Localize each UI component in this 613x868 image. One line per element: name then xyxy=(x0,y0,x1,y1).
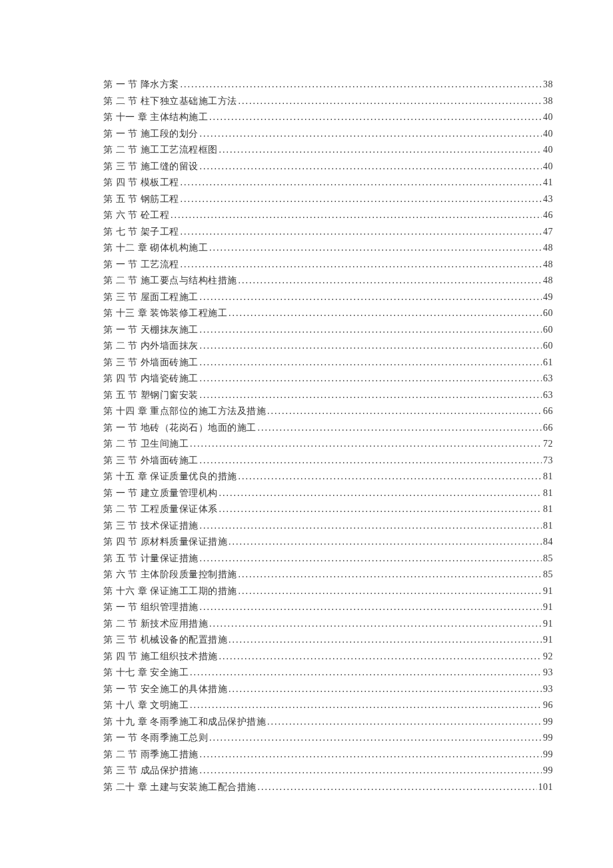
toc-leader-dots xyxy=(200,551,542,567)
toc-entry-page: 38 xyxy=(543,93,553,110)
toc-entry: 第 一 节 冬雨季施工总则99 xyxy=(103,730,553,747)
toc-entry-label: 第 二 节 工程质量保证体系 xyxy=(103,501,218,518)
toc-entry: 第 一 节 组织管理措施91 xyxy=(103,599,553,616)
toc-entry: 第 三 节 施工缝的留设40 xyxy=(103,159,553,175)
toc-leader-dots xyxy=(200,289,542,306)
toc-entry-label: 第 三 节 屋面工程施工 xyxy=(103,289,199,306)
toc-entry-label: 第 七 节 架子工程 xyxy=(103,224,179,241)
toc-leader-dots xyxy=(200,763,542,779)
toc-entry-label: 第 十七 章 安全施工 xyxy=(103,665,189,681)
toc-leader-dots xyxy=(258,420,542,437)
toc-entry-label: 第 二 节 施工要点与结构柱措施 xyxy=(103,273,237,289)
toc-entry-label: 第 五 节 钢筋工程 xyxy=(103,191,179,208)
toc-entry: 第 十六 章 保证施工工期的措施91 xyxy=(103,583,553,600)
toc-entry: 第 五 节 钢筋工程43 xyxy=(103,191,553,208)
toc-leader-dots xyxy=(190,665,542,681)
toc-entry-label: 第 二 节 施工工艺流程框图 xyxy=(103,142,218,159)
toc-entry-label: 第 二 节 卫生间施工 xyxy=(103,436,189,453)
toc-entry-label: 第 六 节 主体阶段质量控制措施 xyxy=(103,567,237,583)
toc-entry: 第 四 节 内墙瓷砖施工63 xyxy=(103,371,553,387)
toc-leader-dots xyxy=(181,191,542,208)
toc-entry-label: 第 三 节 外墙面砖施工 xyxy=(103,453,199,469)
toc-entry: 第 十四 章 重点部位的施工方法及措施66 xyxy=(103,403,553,420)
toc-entry-label: 第 二 节 内外墙面抹灰 xyxy=(103,338,199,355)
document-page: 第 一 节 降水方案38第 二 节 柱下独立基础施工方法38第 十一 章 主体结… xyxy=(0,0,613,855)
toc-entry-page: 60 xyxy=(543,338,553,355)
toc-entry-label: 第 一 节 冬雨季施工总则 xyxy=(103,730,208,747)
toc-entry: 第 四 节 原材料质量保证措施84 xyxy=(103,534,553,551)
toc-entry-label: 第 一 节 工艺流程 xyxy=(103,257,179,273)
toc-entry-page: 84 xyxy=(543,534,553,551)
toc-leader-dots xyxy=(219,501,542,518)
toc-entry-page: 92 xyxy=(543,649,553,665)
toc-entry-page: 99 xyxy=(543,730,553,747)
toc-leader-dots xyxy=(200,159,542,175)
toc-entry-page: 85 xyxy=(543,551,553,567)
toc-entry-page: 41 xyxy=(543,175,553,191)
toc-leader-dots xyxy=(209,730,542,747)
toc-entry: 第 六 节 主体阶段质量控制措施85 xyxy=(103,567,553,583)
toc-leader-dots xyxy=(190,697,542,714)
toc-entry-label: 第 三 节 施工缝的留设 xyxy=(103,159,199,175)
toc-entry-label: 第 五 节 计量保证措施 xyxy=(103,551,199,567)
toc-leader-dots xyxy=(200,453,542,469)
toc-entry: 第 三 节 成品保护措施99 xyxy=(103,763,553,779)
toc-entry-page: 99 xyxy=(543,747,553,763)
toc-leader-dots xyxy=(181,257,542,273)
toc-leader-dots xyxy=(200,599,542,616)
toc-leader-dots xyxy=(181,224,542,241)
toc-entry-page: 101 xyxy=(538,779,554,796)
toc-entry-page: 85 xyxy=(543,567,553,583)
toc-entry-page: 61 xyxy=(543,355,553,371)
toc-entry-page: 99 xyxy=(543,714,553,731)
toc-entry-label: 第 三 节 外墙面砖施工 xyxy=(103,355,199,371)
toc-entry: 第 三 节 机械设备的配置措施91 xyxy=(103,632,553,649)
toc-entry-page: 96 xyxy=(543,697,553,714)
toc-leader-dots xyxy=(200,387,542,404)
toc-entry: 第 十八 章 文明施工96 xyxy=(103,697,553,714)
toc-leader-dots xyxy=(239,469,542,485)
toc-leader-dots xyxy=(267,403,542,420)
toc-entry: 第 十二 章 砌体机构施工48 xyxy=(103,240,553,257)
toc-entry: 第 二十 章 土建与安装施工配合措施101 xyxy=(103,779,553,796)
toc-entry-label: 第 一 节 施工段的划分 xyxy=(103,126,199,143)
toc-leader-dots xyxy=(209,240,542,257)
toc-leader-dots xyxy=(209,616,542,633)
toc-entry-page: 81 xyxy=(543,469,553,485)
toc-entry: 第 二 节 内外墙面抹灰60 xyxy=(103,338,553,355)
toc-leader-dots xyxy=(181,77,542,93)
toc-leader-dots xyxy=(239,273,542,289)
toc-entry-label: 第 四 节 模板工程 xyxy=(103,175,179,191)
toc-entry-page: 66 xyxy=(543,420,553,437)
toc-entry-page: 60 xyxy=(543,322,553,339)
toc-entry-page: 66 xyxy=(543,403,553,420)
toc-leader-dots xyxy=(229,681,542,698)
toc-leader-dots xyxy=(229,305,542,322)
toc-entry-page: 40 xyxy=(543,142,553,159)
toc-entry-label: 第 一 节 地砖（花岗石）地面的施工 xyxy=(103,420,257,437)
toc-leader-dots xyxy=(219,485,542,502)
toc-entry: 第 十九 章 冬雨季施工和成品保护措施99 xyxy=(103,714,553,731)
toc-leader-dots xyxy=(219,649,542,665)
toc-leader-dots xyxy=(200,338,542,355)
toc-entry-page: 91 xyxy=(543,616,553,633)
toc-leader-dots xyxy=(209,109,542,126)
toc-entry: 第 五 节 塑钢门窗安装63 xyxy=(103,387,553,404)
toc-entry-label: 第 四 节 原材料质量保证措施 xyxy=(103,534,227,551)
toc-entry-label: 第 一 节 天棚抹灰施工 xyxy=(103,322,199,339)
toc-entry: 第 一 节 安全施工的具体措施93 xyxy=(103,681,553,698)
toc-entry-page: 91 xyxy=(543,583,553,600)
toc-entry: 第 二 节 施工工艺流程框图40 xyxy=(103,142,553,159)
toc-entry: 第 二 节 雨季施工措施99 xyxy=(103,747,553,763)
toc-entry: 第 一 节 施工段的划分40 xyxy=(103,126,553,143)
toc-entry-page: 40 xyxy=(543,109,553,126)
toc-entry-label: 第 一 节 组织管理措施 xyxy=(103,599,199,616)
toc-entry-label: 第 十九 章 冬雨季施工和成品保护措施 xyxy=(103,714,266,731)
toc-entry-page: 72 xyxy=(543,436,553,453)
toc-entry: 第 四 节 模板工程41 xyxy=(103,175,553,191)
toc-entry: 第 一 节 降水方案38 xyxy=(103,77,553,93)
toc-entry: 第 十五 章 保证质量优良的措施81 xyxy=(103,469,553,485)
toc-entry-page: 93 xyxy=(543,681,553,698)
toc-entry-label: 第 二 节 柱下独立基础施工方法 xyxy=(103,93,237,110)
toc-entry: 第 二 节 施工要点与结构柱措施48 xyxy=(103,273,553,289)
